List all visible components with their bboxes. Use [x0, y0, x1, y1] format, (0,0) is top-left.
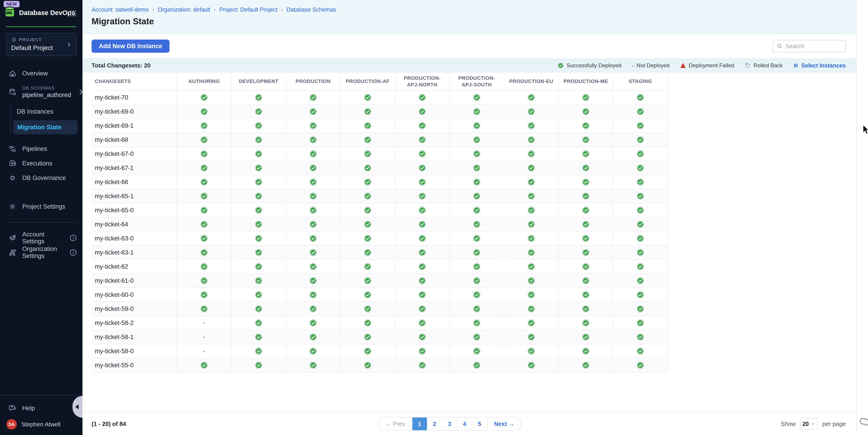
success-icon: [309, 305, 317, 312]
status-deployed-cell: [559, 259, 613, 274]
column-header-changesets: CHANGESETS: [92, 73, 177, 90]
breadcrumb-organization[interactable]: Organization: default: [158, 6, 210, 13]
sidebar-item-db-instances[interactable]: DB Instances: [0, 105, 83, 118]
success-icon: [364, 150, 371, 157]
success-icon: [637, 150, 644, 157]
status-deployed-cell: [231, 231, 286, 245]
success-icon: [528, 108, 535, 115]
success-icon: [418, 249, 426, 256]
table-row: my-ticket-69-0: [92, 104, 668, 119]
status-deployed-cell: [504, 217, 559, 231]
success-icon: [637, 291, 644, 299]
sidebar-item-account-settings[interactable]: Account Settings: [0, 231, 83, 245]
status-deployed-cell: [395, 90, 450, 104]
select-instances-bars-icon: [793, 63, 799, 68]
success-icon: [528, 122, 535, 129]
sidebar-item-db-schemas[interactable]: DB SCHEMAS pipeline_authored: [0, 81, 83, 103]
status-deployed-cell: [450, 133, 504, 147]
sidebar-item-label: Project Settings: [22, 203, 65, 210]
status-deployed-cell: [340, 358, 395, 372]
success-icon: [200, 108, 208, 115]
sidebar-item-pipelines[interactable]: Pipelines: [0, 142, 83, 156]
status-deployed-cell: [177, 358, 231, 372]
sidebar-item-migration-state[interactable]: Migration State: [13, 120, 78, 134]
status-deployed-cell: [613, 133, 668, 147]
success-icon: [637, 164, 644, 172]
sidebar-item-project-settings[interactable]: Project Settings: [0, 199, 83, 214]
success-icon: [637, 263, 644, 270]
success-icon: [309, 235, 317, 242]
status-deployed-cell: [559, 245, 613, 259]
app-switcher-grid-icon[interactable]: [69, 9, 77, 17]
status-deployed-cell: [559, 175, 613, 189]
success-icon: [364, 122, 371, 129]
sidebar-item-overview[interactable]: Overview: [0, 66, 83, 81]
status-deployed-cell: [231, 104, 286, 119]
page-button-2[interactable]: 2: [427, 417, 442, 430]
success-icon: [418, 362, 426, 369]
status-deployed-cell: [231, 119, 286, 133]
page-size-select[interactable]: 20: [800, 418, 818, 430]
status-deployed-cell: [340, 288, 395, 302]
success-icon: [255, 122, 262, 129]
success-icon: [418, 235, 426, 242]
success-icon: [473, 150, 480, 157]
status-deployed-cell: [504, 316, 559, 330]
success-icon: [418, 347, 426, 355]
select-instances-link[interactable]: Select Instances: [793, 62, 846, 69]
success-icon: [528, 164, 535, 172]
sidebar-item-executions[interactable]: Executions: [0, 156, 83, 171]
add-db-instance-button[interactable]: Add New DB Instance: [92, 39, 169, 53]
table-row: my-ticket-62: [92, 259, 668, 274]
page-header: Account: satwell-demo › Organization: de…: [83, 0, 856, 34]
status-deployed-cell: [613, 90, 668, 104]
project-selector[interactable]: PROJECT Default Project: [6, 33, 76, 56]
changeset-name: my-ticket-64: [92, 217, 177, 231]
status-deployed-cell: [504, 133, 559, 147]
failed-warning-icon: [680, 63, 686, 68]
status-deployed-cell: [231, 259, 286, 274]
status-deployed-cell: [559, 288, 613, 302]
search-box[interactable]: [773, 40, 846, 52]
status-deployed-cell: [231, 217, 286, 231]
sidebar-item-organization-settings[interactable]: Organization Settings: [0, 245, 83, 260]
table-row: my-ticket-63-0: [92, 231, 668, 245]
breadcrumb-database-schemas[interactable]: Database Schemas: [286, 6, 336, 13]
success-icon: [255, 319, 262, 327]
breadcrumb-project[interactable]: Project: Default Project: [219, 6, 277, 13]
user-menu[interactable]: SA Stephen Atwell: [0, 414, 83, 430]
avatar: SA: [6, 419, 17, 430]
page-button-3[interactable]: 3: [442, 417, 457, 430]
success-icon: [473, 178, 480, 186]
status-deployed-cell: [286, 344, 340, 358]
success-icon: [255, 249, 262, 256]
sidebar-item-help[interactable]: Help: [0, 402, 83, 414]
success-icon: [364, 136, 371, 144]
page-button-1[interactable]: 1: [412, 417, 427, 430]
changeset-name: my-ticket-60-0: [92, 288, 177, 302]
status-deployed-cell: [559, 119, 613, 133]
success-icon: [364, 319, 371, 327]
success-icon: [309, 136, 317, 144]
status-deployed-cell: [286, 133, 340, 147]
breadcrumb-account[interactable]: Account: satwell-demo: [92, 6, 149, 13]
chat-bubble-icon[interactable]: [859, 417, 868, 427]
prev-page-button[interactable]: ← Prev: [378, 417, 412, 430]
success-icon: [582, 178, 589, 186]
page-button-5[interactable]: 5: [472, 417, 487, 430]
sidebar-item-db-governance[interactable]: DB Governance: [0, 171, 83, 185]
status-deployed-cell: [286, 104, 340, 119]
next-page-button[interactable]: Next →: [487, 417, 522, 430]
page-button-4[interactable]: 4: [457, 417, 472, 430]
success-icon: [473, 108, 480, 115]
success-icon: [473, 319, 480, 327]
status-deployed-cell: [395, 133, 450, 147]
changeset-name: my-ticket-63-1: [92, 245, 177, 259]
success-icon: [255, 221, 262, 228]
search-input[interactable]: [785, 43, 842, 50]
success-icon: [309, 178, 317, 186]
changeset-name: my-ticket-58-0: [92, 344, 177, 358]
status-deployed-cell: [340, 302, 395, 316]
account-settings-icon: [9, 234, 17, 242]
success-icon: [309, 347, 317, 355]
